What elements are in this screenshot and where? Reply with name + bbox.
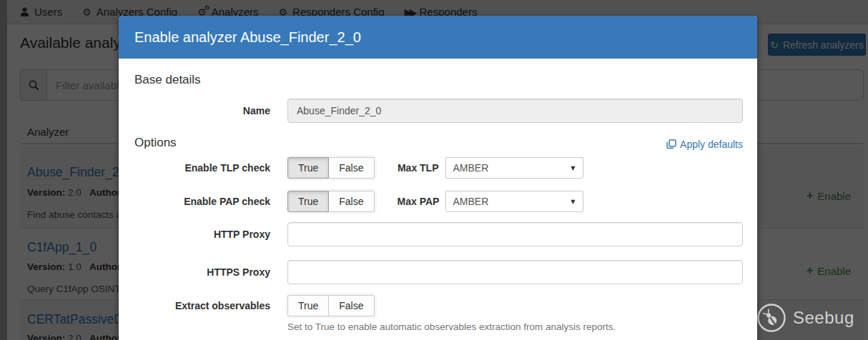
max-pap-label: Max PAP: [398, 196, 439, 207]
max-tlp-select[interactable]: AMBER ▼: [445, 157, 583, 179]
https-proxy-input[interactable]: [287, 260, 743, 284]
tlp-false-button[interactable]: False: [329, 157, 374, 179]
max-pap-select[interactable]: AMBER ▼: [445, 191, 583, 212]
modal-title: Enable analyzer Abuse_Finder_2_0: [134, 29, 361, 46]
chevron-down-icon: ▼: [571, 199, 575, 205]
http-proxy-input[interactable]: [287, 222, 743, 246]
name-input: [287, 99, 743, 123]
name-field-label: Name: [134, 105, 270, 116]
pap-toggle-group: True False: [287, 191, 375, 212]
https-proxy-row: HTTPS Proxy: [134, 260, 743, 284]
apply-defaults-label: Apply defaults: [680, 139, 743, 150]
clone-icon: [666, 139, 676, 149]
extract-observables-help: Set to True to enable automatic observab…: [287, 321, 743, 332]
extract-observables-label: Extract observables: [134, 300, 270, 311]
options-heading: Options: [134, 136, 177, 150]
tlp-true-button[interactable]: True: [287, 157, 329, 179]
cortex-analyzers-page: Users ⚙ Analyzers Config ⚙⚙ Analyzers ⚙ …: [0, 0, 868, 340]
apply-defaults-link[interactable]: Apply defaults: [666, 139, 743, 150]
modal-header: Enable analyzer Abuse_Finder_2_0: [119, 16, 757, 59]
tlp-toggle-group: True False: [287, 157, 375, 179]
extract-toggle-group: True False: [287, 295, 375, 316]
base-details-heading: Base details: [134, 73, 743, 87]
chevron-down-icon: ▼: [571, 165, 575, 171]
pap-true-button[interactable]: True: [287, 191, 329, 212]
pap-false-button[interactable]: False: [329, 191, 374, 212]
extract-true-button[interactable]: True: [287, 295, 329, 316]
extract-observables-row: Extract observables True False: [134, 295, 743, 316]
max-tlp-label: Max TLP: [398, 162, 439, 174]
http-proxy-row: HTTP Proxy: [134, 222, 743, 246]
modal-body: Base details Name Options Apply defaults…: [119, 59, 757, 332]
http-proxy-label: HTTP Proxy: [134, 229, 270, 240]
extract-false-button[interactable]: False: [329, 295, 374, 316]
options-heading-row: Options Apply defaults: [134, 136, 743, 150]
tlp-check-row: Enable TLP check True False Max TLP AMBE…: [134, 157, 743, 179]
tlp-check-label: Enable TLP check: [134, 162, 270, 174]
pap-check-label: Enable PAP check: [134, 196, 270, 207]
name-field-row: Name: [134, 99, 743, 123]
max-pap-value: AMBER: [453, 196, 489, 207]
enable-analyzer-modal: Enable analyzer Abuse_Finder_2_0 Base de…: [119, 16, 757, 340]
max-tlp-value: AMBER: [453, 162, 489, 174]
pap-check-row: Enable PAP check True False Max PAP AMBE…: [134, 191, 743, 212]
https-proxy-label: HTTPS Proxy: [134, 266, 270, 278]
